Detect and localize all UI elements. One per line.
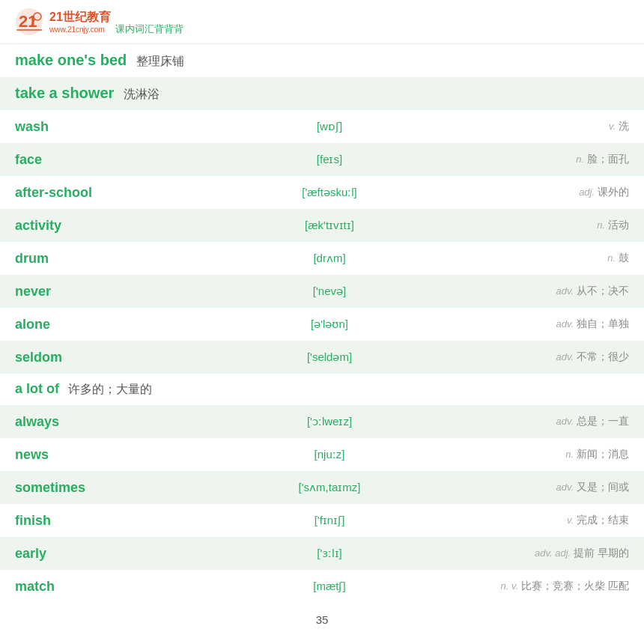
word-definition: n. 鼓	[494, 252, 629, 265]
word-row: alone[ə'ləʊn]adv. 独自；单独	[0, 308, 644, 341]
word-row: finish['fɪnɪʃ]v. 完成；结束	[0, 504, 644, 537]
word-en: always	[15, 414, 165, 430]
words-container: wash[wɒʃ]v. 洗face[feɪs]n. 脸；面孔after-scho…	[0, 110, 644, 374]
word-definition: adv. 又是；间或	[494, 481, 629, 494]
word-pos: n.	[576, 154, 584, 165]
phrase-zh-shower: 洗淋浴	[124, 88, 160, 100]
phrase-alotof: a lot of 许多的；大量的	[0, 374, 644, 405]
logo-slogan: 课内词汇背背背	[115, 22, 183, 36]
word-en: alone	[15, 317, 165, 332]
word-en: after-school	[15, 185, 165, 201]
word-definition: adv. adj. 提前 早期的	[494, 547, 629, 560]
word-phonetic: ['ɔːlweɪz]	[165, 415, 494, 428]
phrase-zh-makebed: 整理床铺	[136, 55, 184, 67]
word-row: never['nevə]adv. 从不；决不	[0, 275, 644, 308]
word-phonetic: ['fɪnɪʃ]	[165, 514, 494, 527]
word-en: news	[15, 447, 165, 463]
word-phonetic: ['nevə]	[165, 285, 494, 298]
word-en: activity	[15, 218, 165, 234]
word-definition: n. 活动	[494, 219, 629, 232]
word-phonetic: [njuːz]	[165, 448, 494, 461]
word-pos: n.	[597, 219, 605, 231]
word-row: activity[æk'tɪvɪtɪ]n. 活动	[0, 209, 644, 242]
logo-sub: www.21cnjy.com	[49, 25, 111, 34]
word-en: match	[15, 579, 165, 595]
word-phonetic: [feɪs]	[165, 153, 494, 166]
word-pos: adv.	[556, 351, 574, 362]
word-row: drum[drʌm]n. 鼓	[0, 242, 644, 275]
word-definition: adj. 课外的	[494, 186, 629, 199]
word-row: seldom['seldəm]adv. 不常；很少	[0, 341, 644, 374]
word-row: always['ɔːlweɪz]adv. 总是；一直	[0, 405, 644, 438]
word-phonetic: [ə'ləʊn]	[165, 318, 494, 331]
section-take-shower: take a shower 洗淋浴	[0, 77, 644, 110]
word-definition: adv. 独自；单独	[494, 318, 629, 331]
word-en: face	[15, 152, 165, 168]
word-definition: adv. 从不；决不	[494, 285, 629, 298]
word-pos: n.	[565, 449, 574, 460]
word-en: sometimes	[15, 480, 165, 496]
word-definition: n. v. 比赛；竞赛；火柴 匹配	[494, 580, 629, 593]
phrase-en-shower: take a shower	[15, 85, 114, 101]
word-row: face[feɪs]n. 脸；面孔	[0, 143, 644, 176]
logo-brand: 21世纪教育	[49, 10, 111, 25]
section-make-bed: make one's bed 整理床铺	[0, 44, 644, 77]
word-phonetic: ['sʌm,taɪmz]	[165, 481, 494, 494]
word-en: seldom	[15, 350, 165, 365]
word-pos: n. v.	[501, 580, 519, 592]
word-phonetic: [wɒʃ]	[165, 120, 494, 133]
word-pos: v.	[567, 514, 574, 526]
page-num-text: 35	[316, 613, 329, 626]
word-phonetic: ['ɜːlɪ]	[165, 547, 494, 560]
word-row: sometimes['sʌm,taɪmz]adv. 又是；间或	[0, 471, 644, 504]
word-row: after-school['æftəskuːl]adj. 课外的	[0, 176, 644, 209]
word-en: wash	[15, 119, 165, 135]
word-en: early	[15, 546, 165, 562]
word-pos: adj.	[579, 186, 595, 198]
word-phonetic: [æk'tɪvɪtɪ]	[165, 219, 494, 232]
logo-text: 21世纪教育 www.21cnjy.com	[49, 10, 111, 34]
word-definition: v. 完成；结束	[494, 514, 629, 527]
word-pos: n.	[607, 252, 616, 264]
word-definition: n. 脸；面孔	[494, 153, 629, 166]
phrase-zh-alotof: 许多的；大量的	[68, 383, 152, 395]
word-pos: adv.	[556, 482, 574, 493]
word-phonetic: ['æftəskuːl]	[165, 186, 494, 199]
word-pos: adv. adj.	[535, 547, 571, 559]
word-phonetic: ['seldəm]	[165, 350, 494, 364]
word-en: never	[15, 284, 165, 300]
word-definition: n. 新闻；消息	[494, 448, 629, 461]
word-definition: adv. 不常；很少	[494, 350, 629, 364]
word-definition: adv. 总是；一直	[494, 415, 629, 428]
word-phonetic: [drʌm]	[165, 252, 494, 265]
word-pos: adv.	[556, 285, 574, 297]
word-phonetic: [mætʃ]	[165, 580, 494, 593]
word-row: match[mætʃ]n. v. 比赛；竞赛；火柴 匹配	[0, 570, 644, 603]
header: 21 21世纪教育 www.21cnjy.com 课内词汇背背背	[0, 0, 644, 44]
words2-container: always['ɔːlweɪz]adv. 总是；一直news[njuːz]n. …	[0, 405, 644, 603]
word-definition: v. 洗	[494, 120, 629, 133]
phrase-en-makebed: make one's bed	[15, 52, 127, 68]
phrase-en-alotof: a lot of	[15, 381, 59, 396]
logo-icon: 21	[15, 7, 43, 36]
word-pos: adv.	[556, 416, 574, 427]
word-row: news[njuːz]n. 新闻；消息	[0, 438, 644, 471]
word-en: drum	[15, 251, 165, 267]
word-row: early['ɜːlɪ]adv. adj. 提前 早期的	[0, 537, 644, 570]
word-en: finish	[15, 513, 165, 529]
word-row: wash[wɒʃ]v. 洗	[0, 110, 644, 143]
page-number: 35	[0, 603, 644, 637]
word-pos: v.	[609, 121, 616, 132]
word-pos: adv.	[556, 318, 574, 329]
